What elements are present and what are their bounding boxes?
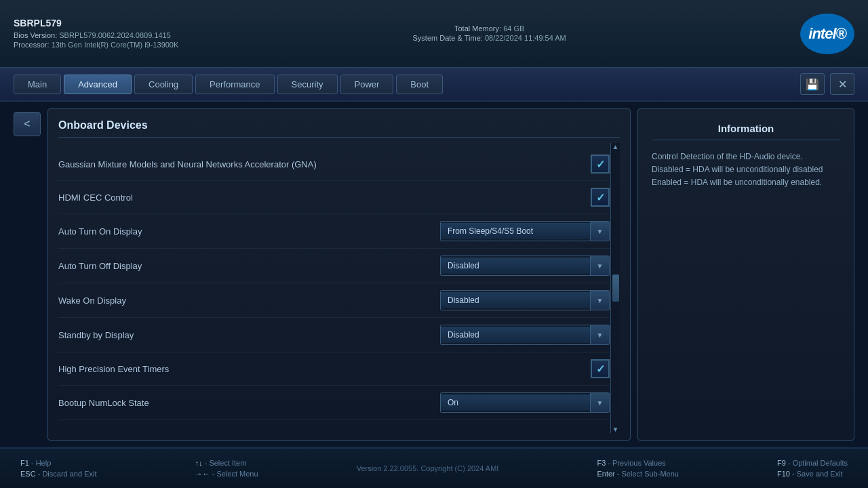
footer: F1 - Help ESC - Discard and Exit ↑↓ - Se… xyxy=(0,447,868,488)
setting-hpet-label: High Precision Event Timers xyxy=(58,364,591,374)
main-content: < Onboard Devices Gaussian Mixture Model… xyxy=(0,102,868,447)
hpet-checkbox[interactable]: ✓ xyxy=(591,359,610,378)
footer-version: Version 2.22.0055. Copyright (C) 2024 AM… xyxy=(357,464,499,472)
setting-hdmi-cec-control: ✓ xyxy=(591,188,610,207)
standby-display-value: Disabled xyxy=(441,327,590,343)
gna-checkbox[interactable]: ✓ xyxy=(591,155,610,174)
setting-auto-turn-on-control: From Sleep/S4/S5 Boot ▼ xyxy=(440,221,610,241)
memory-value: 64 GB xyxy=(503,24,524,33)
settings-list: Gaussian Mixture Models and Neural Netwo… xyxy=(58,148,620,424)
save-icon-button[interactable]: 💾 xyxy=(800,73,825,95)
time-value: 11:49:54 AM xyxy=(524,34,566,42)
setting-hdmi-cec-label: HDMI CEC Control xyxy=(58,192,591,203)
setting-watchdog: Failsafe Watchdog ✓ xyxy=(58,420,610,424)
setting-standby-display-label: Standby by Display xyxy=(58,330,440,340)
f10-action: - Save and Exit xyxy=(792,470,843,478)
scroll-up-arrow[interactable]: ▲ xyxy=(612,143,619,150)
enter-action: - Select Sub-Menu xyxy=(617,470,679,478)
processor-value: 13th Gen Intel(R) Core(TM) i9-13900K xyxy=(52,41,179,49)
setting-numlock-label: Bootup NumLock State xyxy=(58,398,440,408)
datetime-row: System Date & Time: 08/22/2024 11:49:54 … xyxy=(413,34,566,42)
tab-main[interactable]: Main xyxy=(14,75,61,94)
numlock-arrow: ▼ xyxy=(590,393,609,412)
footer-esc: ESC - Discard and Exit xyxy=(20,470,97,478)
processor-row: Processor: 13th Gen Intel(R) Core(TM) i9… xyxy=(14,41,178,49)
header-center: Total Memory: 64 GB System Date & Time: … xyxy=(413,24,566,43)
footer-col-1: F1 - Help ESC - Discard and Exit xyxy=(20,459,97,478)
datetime-value: 08/22/2024 xyxy=(485,34,522,42)
close-icon-button[interactable]: ✕ xyxy=(830,73,854,95)
header-left: SBRPL579 Bios Version: SBRPL579.0062.202… xyxy=(14,18,178,50)
tab-boot[interactable]: Boot xyxy=(396,75,443,94)
hdmi-cec-checkbox[interactable]: ✓ xyxy=(591,188,610,207)
model-name: SBRPL579 xyxy=(14,18,178,28)
footer-arrows: ↑↓ - Select Item xyxy=(195,459,258,467)
numlock-value: On xyxy=(441,394,590,411)
setting-auto-turn-on-label: Auto Turn On Display xyxy=(58,226,440,237)
tab-cooling[interactable]: Cooling xyxy=(134,75,193,94)
enter-select-key: →← xyxy=(195,470,210,478)
standby-display-dropdown[interactable]: Disabled ▼ xyxy=(440,325,610,345)
back-button[interactable]: < xyxy=(14,112,41,136)
arrows-action: - Select Item xyxy=(205,459,247,467)
standby-display-arrow: ▼ xyxy=(590,325,609,344)
setting-gna-label: Gaussian Mixture Models and Neural Netwo… xyxy=(58,159,591,169)
panel-title: Onboard Devices xyxy=(58,119,620,138)
tab-performance[interactable]: Performance xyxy=(195,75,274,94)
footer-col-4: F9 - Optimal Defaults F10 - Save and Exi… xyxy=(777,459,848,478)
tab-power[interactable]: Power xyxy=(340,75,394,94)
footer-f3: F3 - Previous Values xyxy=(597,459,678,467)
esc-key: ESC xyxy=(20,470,36,478)
setting-gna: Gaussian Mixture Models and Neural Netwo… xyxy=(58,148,610,181)
scroll-thumb xyxy=(612,274,619,302)
setting-gna-control: ✓ xyxy=(591,155,610,174)
scroll-down-arrow[interactable]: ▼ xyxy=(612,426,619,433)
setting-standby-display: Standby by Display Disabled ▼ xyxy=(58,318,610,352)
footer-f10: F10 - Save and Exit xyxy=(777,470,848,478)
setting-standby-display-control: Disabled ▼ xyxy=(440,325,610,345)
f3-key: F3 xyxy=(597,459,606,467)
settings-panel: Onboard Devices Gaussian Mixture Models … xyxy=(47,108,631,441)
nav-actions: 💾 ✕ xyxy=(800,73,854,95)
f3-action: - Previous Values xyxy=(608,459,665,467)
datetime-label: System Date & Time: xyxy=(413,34,483,42)
setting-wake-on-display-control: Disabled ▼ xyxy=(440,290,610,310)
enter-select-action: - Select Menu xyxy=(212,470,258,478)
bios-label: Bios Version: xyxy=(14,31,57,39)
scrollbar[interactable]: ▲ ▼ xyxy=(610,143,620,433)
setting-auto-turn-off: Auto Turn Off Display Disabled ▼ xyxy=(58,249,610,283)
auto-turn-on-value: From Sleep/S4/S5 Boot xyxy=(441,223,590,239)
gna-checkmark: ✓ xyxy=(596,158,605,171)
esc-action: - Discard and Exit xyxy=(38,470,97,478)
info-panel-title: Information xyxy=(652,123,840,140)
auto-turn-off-value: Disabled xyxy=(441,258,590,274)
footer-col-2: ↑↓ - Select Item →← - Select Menu xyxy=(195,459,258,478)
nav-tabs: Main Advanced Cooling Performance Securi… xyxy=(14,75,443,94)
f9-key: F9 xyxy=(777,459,786,467)
f1-key: F1 xyxy=(20,459,29,467)
footer-col-3: F3 - Previous Values Enter - Select Sub-… xyxy=(597,459,678,478)
enter-key: Enter xyxy=(597,470,614,478)
intel-logo: intel® xyxy=(800,14,854,54)
wake-on-display-dropdown[interactable]: Disabled ▼ xyxy=(440,290,610,310)
setting-numlock-control: On ▼ xyxy=(440,392,610,413)
footer-enter-select: →← - Select Menu xyxy=(195,470,258,478)
arrows-key: ↑↓ xyxy=(195,459,203,467)
hpet-checkmark: ✓ xyxy=(596,363,605,375)
footer-enter: Enter - Select Sub-Menu xyxy=(597,470,678,478)
setting-hpet-control: ✓ xyxy=(591,359,610,378)
auto-turn-on-arrow: ▼ xyxy=(590,222,609,241)
auto-turn-off-dropdown[interactable]: Disabled ▼ xyxy=(440,256,610,276)
numlock-dropdown[interactable]: On ▼ xyxy=(440,392,610,413)
setting-auto-turn-off-label: Auto Turn Off Display xyxy=(58,261,440,271)
tab-security[interactable]: Security xyxy=(277,75,338,94)
memory-row: Total Memory: 64 GB xyxy=(413,24,566,33)
tab-advanced[interactable]: Advanced xyxy=(64,75,132,94)
f10-key: F10 xyxy=(777,470,790,478)
f9-action: - Optimal Defaults xyxy=(788,459,848,467)
auto-turn-on-dropdown[interactable]: From Sleep/S4/S5 Boot ▼ xyxy=(440,221,610,241)
setting-hdmi-cec: HDMI CEC Control ✓ xyxy=(58,181,610,214)
info-panel: Information Control Detection of the HD-… xyxy=(637,108,854,441)
setting-hpet: High Precision Event Timers ✓ xyxy=(58,352,610,386)
setting-wake-on-display-label: Wake On Display xyxy=(58,296,440,306)
